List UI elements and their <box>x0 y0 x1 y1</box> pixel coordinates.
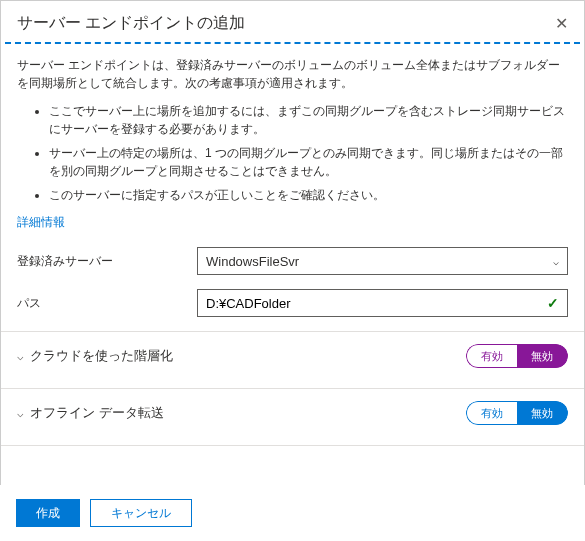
server-label: 登録済みサーバー <box>17 253 197 270</box>
check-icon: ✓ <box>547 295 559 311</box>
toggle-enabled: 有効 <box>466 344 517 368</box>
section-cloud-tiering: ⌵ クラウドを使った階層化 有効 無効 <box>1 332 584 380</box>
chevron-down-icon: ⌵ <box>553 256 559 267</box>
cancel-button[interactable]: キャンセル <box>90 499 192 527</box>
toggle-disabled: 無効 <box>517 344 568 368</box>
footer: 作成 キャンセル <box>0 485 585 541</box>
path-input[interactable] <box>206 296 547 311</box>
cloud-tiering-toggle[interactable]: 有効 無効 <box>466 344 568 368</box>
field-path: パス ✓ <box>17 289 568 317</box>
offline-transfer-title: オフライン データ転送 <box>30 404 164 422</box>
close-icon[interactable]: ✕ <box>555 14 568 33</box>
create-button[interactable]: 作成 <box>16 499 80 527</box>
considerations-list: ここでサーバー上に場所を追加するには、まずこの同期グループを含むストレージ同期サ… <box>17 102 568 204</box>
section-toggle-header[interactable]: ⌵ クラウドを使った階層化 <box>17 347 173 365</box>
panel-header: サーバー エンドポイントの追加 ✕ <box>1 1 584 42</box>
section-divider <box>1 445 584 446</box>
intro-text: サーバー エンドポイントは、登録済みサーバーのボリュームのボリューム全体またはサ… <box>17 56 568 92</box>
offline-transfer-toggle[interactable]: 有効 無効 <box>466 401 568 425</box>
header-divider <box>5 42 580 44</box>
section-offline-transfer: ⌵ オフライン データ転送 有効 無効 <box>1 389 584 437</box>
cloud-tiering-title: クラウドを使った階層化 <box>30 347 173 365</box>
server-dropdown-value: WindowsFileSvr <box>206 254 299 269</box>
list-item: サーバー上の特定の場所は、1 つの同期グループとのみ同期できます。同じ場所または… <box>49 144 568 180</box>
server-dropdown[interactable]: WindowsFileSvr ⌵ <box>197 247 568 275</box>
panel-title: サーバー エンドポイントの追加 <box>17 13 245 34</box>
toggle-enabled: 有効 <box>466 401 517 425</box>
toggle-disabled: 無効 <box>517 401 568 425</box>
chevron-down-icon: ⌵ <box>17 407 24 420</box>
path-label: パス <box>17 295 197 312</box>
list-item: ここでサーバー上に場所を追加するには、まずこの同期グループを含むストレージ同期サ… <box>49 102 568 138</box>
chevron-down-icon: ⌵ <box>17 350 24 363</box>
section-toggle-header[interactable]: ⌵ オフライン データ転送 <box>17 404 164 422</box>
more-info-link[interactable]: 詳細情報 <box>17 214 65 231</box>
list-item: このサーバーに指定するパスが正しいことをご確認ください。 <box>49 186 568 204</box>
field-registered-server: 登録済みサーバー WindowsFileSvr ⌵ <box>17 247 568 275</box>
